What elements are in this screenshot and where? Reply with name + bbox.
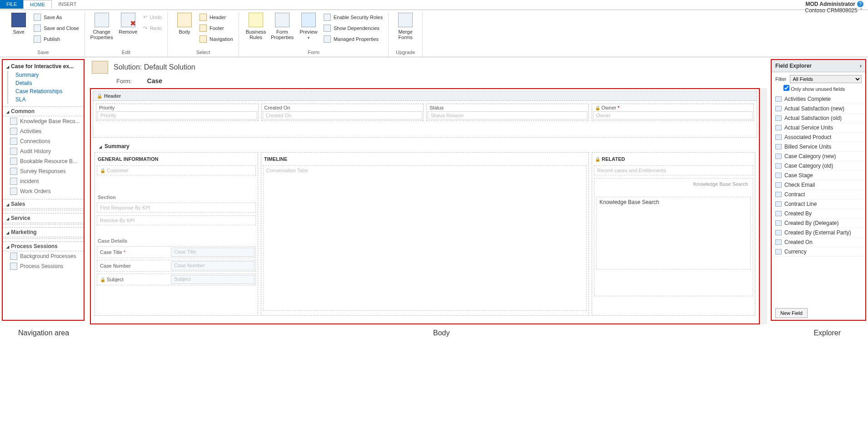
field-item[interactable]: Contract Line [772,199,865,209]
field-item[interactable]: Case Category (new) [772,152,865,161]
field-item[interactable]: Check Email [772,180,865,190]
nav-sales-header[interactable]: Sales [3,199,84,209]
nav-marketing-header[interactable]: Marketing [3,227,84,237]
filter-select[interactable]: All Fields [790,75,862,83]
managed-properties-button[interactable]: Managed Properties [322,35,384,44]
tab-home[interactable]: HOME [23,0,52,9]
footer-button[interactable]: Footer [198,24,235,33]
group-save: Save [37,49,49,57]
field-icon [775,154,782,159]
nav-item-icon [10,138,17,145]
field-item[interactable]: Activities Complete [772,95,865,104]
field-item[interactable]: Contract [772,190,865,199]
field-item[interactable]: Created By (Delegate) [772,219,865,228]
nav-link[interactable]: Case Relationships [7,87,84,95]
header-icon [200,14,207,21]
form-field-row[interactable]: Case NumberCase Number [97,260,256,272]
preview-button[interactable]: Preview▼ [295,12,322,41]
nav-item-icon [10,263,17,270]
save-close-button[interactable]: Save and Close [32,24,81,33]
scrollbar[interactable] [760,88,767,324]
undo-icon: ↶ [143,15,147,20]
field-item[interactable]: Currency [772,247,865,257]
annot-body: Body [433,329,449,337]
explorer-title: Field Explorer [775,63,812,69]
publish-icon [34,35,41,43]
field-item[interactable]: Case Stage [772,171,865,180]
nav-common-header[interactable]: Common [3,106,84,116]
nav-item[interactable]: Activities [3,126,84,136]
show-dependencies-button[interactable]: Show Dependencies [322,24,384,33]
header-field[interactable]: StatusStatus Reason [426,104,589,121]
tab-insert[interactable]: INSERT [52,0,83,9]
save-as-button[interactable]: Save As [32,13,81,22]
navigation-button[interactable]: Navigation [198,35,235,44]
field-icon [775,182,782,188]
header-section[interactable]: 🔒Header PriorityPriorityCreated OnCreate… [93,91,757,138]
field-icon [775,211,782,216]
nav-item[interactable]: Process Sessions [3,261,84,271]
nav-case-header[interactable]: Case for Interactive ex... [3,62,84,71]
nav-item[interactable]: Audit History [3,146,84,156]
summary-tab[interactable]: Summary [93,140,757,152]
help-icon[interactable]: ? [857,1,863,7]
security-roles-button[interactable]: Enable Security Roles [322,13,384,22]
kb-pane[interactable]: Knowledge Base Search Knowledge Base Sea… [594,178,753,296]
nav-link[interactable]: Details [7,79,84,87]
nav-service-header[interactable]: Service [3,213,84,223]
nav-item[interactable]: Work Orders [3,186,84,196]
remove-button[interactable]: ✖Remove [115,12,141,35]
kpi2-field[interactable]: Resolve By KPI [97,215,256,225]
field-item[interactable]: Case Category (old) [772,161,865,171]
kb-search[interactable]: Knowledge Base Search [596,197,751,269]
general-column[interactable]: GENERAL INFORMATION 🔒 Customer Section F… [95,152,258,316]
merge-forms-button[interactable]: Merge Forms [392,12,419,40]
publish-button[interactable]: Publish [32,35,81,44]
nav-item[interactable]: Bookable Resource B... [3,156,84,166]
header-field[interactable]: PriorityPriority [96,104,259,121]
field-item[interactable]: Created By [772,209,865,219]
field-item[interactable]: Created On [772,238,865,247]
only-unused-checkbox[interactable]: Only show unused fields [783,86,845,92]
nav-item[interactable]: Connections [3,136,84,146]
form-field-row[interactable]: 🔒 SubjectSubject [97,274,256,285]
nav-link[interactable]: SLA [7,95,84,104]
business-rules-button[interactable]: Business Rules [243,12,269,40]
nav-item[interactable]: Survey Responses [3,166,84,176]
nav-item[interactable]: incident [3,176,84,186]
nav-process-header[interactable]: Process Sessions [3,241,84,251]
tab-file[interactable]: FILE [0,0,23,9]
field-icon [775,115,782,121]
collapse-icon[interactable]: ⌃ [859,7,863,14]
field-item[interactable]: Associated Product [772,133,865,142]
undo-button[interactable]: ↶Undo [141,13,164,22]
header-field[interactable]: Created OnCreated On [261,104,424,121]
body-button[interactable]: Body [171,12,198,35]
save-button[interactable]: Save [5,12,32,35]
field-item[interactable]: Actual Service Units [772,123,865,133]
nav-item[interactable]: Background Processes [3,251,84,261]
collapse-explorer-icon[interactable]: › [860,63,862,69]
redo-button[interactable]: ↷Redo [141,24,164,33]
field-item[interactable]: Actual Satisfaction (old) [772,114,865,123]
nav-item[interactable]: Knowledge Base Reco... [3,116,84,126]
preview-icon [301,13,316,27]
form-properties-button[interactable]: Form Properties [269,12,295,40]
timeline-placeholder[interactable]: Conversation Tabs [263,165,587,311]
redo-icon: ↷ [143,25,147,31]
kpi1-field[interactable]: First Response By KPI [97,203,256,213]
header-button[interactable]: Header [198,13,235,22]
field-icon [775,106,782,111]
timeline-column[interactable]: TIMELINE Conversation Tabs [261,152,589,316]
field-item[interactable]: Actual Satisfaction (new) [772,104,865,114]
change-properties-button[interactable]: Change Properties [89,12,115,40]
new-field-button[interactable]: New Field [775,308,808,318]
related-column[interactable]: 🔒 RELATED Recent cases and Entitlements … [592,152,755,316]
form-field-row[interactable]: Case Title *Case Title [97,246,256,258]
related-placeholder[interactable]: Recent cases and Entitlements [594,165,753,175]
header-field[interactable]: 🔒 Owner *Owner [592,104,754,121]
field-item[interactable]: Billed Service Units [772,142,865,152]
nav-link[interactable]: Summary [7,71,84,79]
customer-field[interactable]: 🔒 Customer [97,165,256,175]
field-item[interactable]: Created By (External Party) [772,228,865,238]
